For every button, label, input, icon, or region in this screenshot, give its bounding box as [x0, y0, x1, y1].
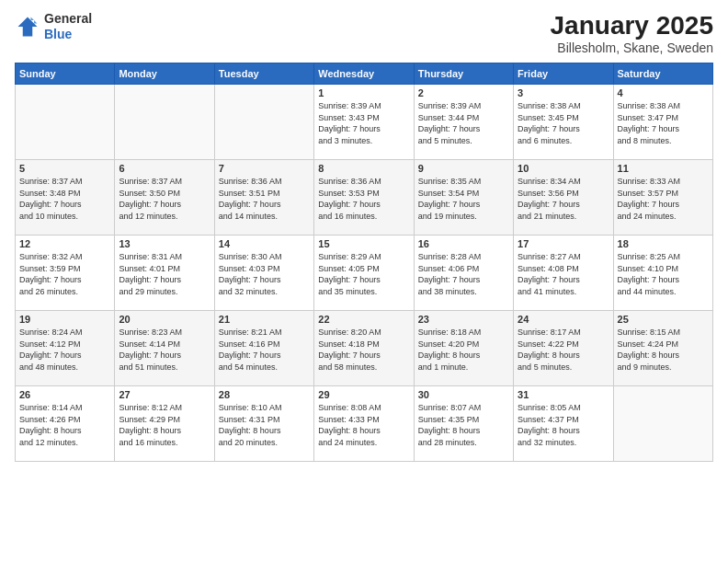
- day-number: 15: [318, 238, 409, 249]
- day-cell: 8Sunrise: 8:36 AM Sunset: 3:53 PM Daylig…: [314, 160, 414, 236]
- day-number: 12: [19, 238, 110, 249]
- day-info: Sunrise: 8:32 AM Sunset: 3:59 PM Dayligh…: [19, 251, 110, 297]
- day-info: Sunrise: 8:12 AM Sunset: 4:29 PM Dayligh…: [119, 402, 210, 448]
- day-cell: 1Sunrise: 8:39 AM Sunset: 3:43 PM Daylig…: [314, 85, 414, 160]
- header: General Blue January 2025 Billesholm, Sk…: [15, 11, 713, 55]
- day-number: 8: [318, 163, 409, 174]
- day-cell: 2Sunrise: 8:39 AM Sunset: 3:44 PM Daylig…: [414, 85, 513, 160]
- day-info: Sunrise: 8:05 AM Sunset: 4:37 PM Dayligh…: [518, 402, 609, 448]
- svg-marker-0: [18, 17, 38, 36]
- day-number: 24: [518, 314, 609, 325]
- header-wednesday: Wednesday: [314, 63, 414, 85]
- day-cell: 15Sunrise: 8:29 AM Sunset: 4:05 PM Dayli…: [314, 236, 414, 311]
- day-info: Sunrise: 8:36 AM Sunset: 3:51 PM Dayligh…: [219, 176, 310, 222]
- day-number: 28: [219, 389, 310, 400]
- day-info: Sunrise: 8:27 AM Sunset: 4:08 PM Dayligh…: [518, 251, 609, 297]
- day-number: 4: [618, 87, 709, 98]
- day-cell: 13Sunrise: 8:31 AM Sunset: 4:01 PM Dayli…: [115, 236, 214, 311]
- logo: General Blue: [15, 11, 92, 42]
- day-info: Sunrise: 8:17 AM Sunset: 4:22 PM Dayligh…: [518, 327, 609, 373]
- week-row-2: 5Sunrise: 8:37 AM Sunset: 3:48 PM Daylig…: [16, 160, 713, 236]
- day-number: 30: [418, 389, 509, 400]
- day-info: Sunrise: 8:10 AM Sunset: 4:31 PM Dayligh…: [219, 402, 310, 448]
- day-cell: 7Sunrise: 8:36 AM Sunset: 3:51 PM Daylig…: [214, 160, 313, 236]
- day-number: 31: [518, 389, 609, 400]
- day-info: Sunrise: 8:37 AM Sunset: 3:48 PM Dayligh…: [19, 176, 110, 222]
- day-number: 1: [318, 87, 409, 98]
- day-cell: 19Sunrise: 8:24 AM Sunset: 4:12 PM Dayli…: [16, 311, 115, 386]
- day-cell: [613, 386, 712, 462]
- day-number: 21: [219, 314, 310, 325]
- day-info: Sunrise: 8:28 AM Sunset: 4:06 PM Dayligh…: [418, 251, 509, 297]
- day-cell: 4Sunrise: 8:38 AM Sunset: 3:47 PM Daylig…: [613, 85, 712, 160]
- header-sunday: Sunday: [16, 63, 115, 85]
- day-cell: 28Sunrise: 8:10 AM Sunset: 4:31 PM Dayli…: [214, 386, 313, 462]
- day-cell: 14Sunrise: 8:30 AM Sunset: 4:03 PM Dayli…: [214, 236, 313, 311]
- day-number: 13: [119, 238, 210, 249]
- day-number: 23: [418, 314, 509, 325]
- day-cell: 16Sunrise: 8:28 AM Sunset: 4:06 PM Dayli…: [414, 236, 513, 311]
- day-cell: 11Sunrise: 8:33 AM Sunset: 3:57 PM Dayli…: [613, 160, 712, 236]
- day-cell: 12Sunrise: 8:32 AM Sunset: 3:59 PM Dayli…: [16, 236, 115, 311]
- day-info: Sunrise: 8:38 AM Sunset: 3:45 PM Dayligh…: [518, 100, 609, 146]
- day-cell: 20Sunrise: 8:23 AM Sunset: 4:14 PM Dayli…: [115, 311, 214, 386]
- day-cell: 6Sunrise: 8:37 AM Sunset: 3:50 PM Daylig…: [115, 160, 214, 236]
- day-number: 7: [219, 163, 310, 174]
- day-cell: 10Sunrise: 8:34 AM Sunset: 3:56 PM Dayli…: [514, 160, 613, 236]
- day-info: Sunrise: 8:29 AM Sunset: 4:05 PM Dayligh…: [318, 251, 409, 297]
- day-number: 11: [618, 163, 709, 174]
- day-info: Sunrise: 8:39 AM Sunset: 3:44 PM Dayligh…: [418, 100, 509, 146]
- day-number: 5: [19, 163, 110, 174]
- day-number: 2: [418, 87, 509, 98]
- day-number: 10: [518, 163, 609, 174]
- header-monday: Monday: [115, 63, 214, 85]
- day-info: Sunrise: 8:35 AM Sunset: 3:54 PM Dayligh…: [418, 176, 509, 222]
- logo-general: General: [44, 11, 92, 26]
- logo-icon: [15, 14, 40, 40]
- day-cell: 3Sunrise: 8:38 AM Sunset: 3:45 PM Daylig…: [514, 85, 613, 160]
- page: General Blue January 2025 Billesholm, Sk…: [0, 0, 728, 563]
- header-thursday: Thursday: [414, 63, 513, 85]
- day-number: 26: [19, 389, 110, 400]
- day-info: Sunrise: 8:38 AM Sunset: 3:47 PM Dayligh…: [618, 100, 709, 146]
- day-info: Sunrise: 8:36 AM Sunset: 3:53 PM Dayligh…: [318, 176, 409, 222]
- header-friday: Friday: [514, 63, 613, 85]
- calendar-subtitle: Billesholm, Skane, Sweden: [551, 40, 713, 55]
- day-cell: 29Sunrise: 8:08 AM Sunset: 4:33 PM Dayli…: [314, 386, 414, 462]
- day-cell: 18Sunrise: 8:25 AM Sunset: 4:10 PM Dayli…: [613, 236, 712, 311]
- day-info: Sunrise: 8:20 AM Sunset: 4:18 PM Dayligh…: [318, 327, 409, 373]
- day-number: 29: [318, 389, 409, 400]
- day-info: Sunrise: 8:15 AM Sunset: 4:24 PM Dayligh…: [618, 327, 709, 373]
- day-cell: 24Sunrise: 8:17 AM Sunset: 4:22 PM Dayli…: [514, 311, 613, 386]
- day-cell: 25Sunrise: 8:15 AM Sunset: 4:24 PM Dayli…: [613, 311, 712, 386]
- day-number: 22: [318, 314, 409, 325]
- day-cell: 17Sunrise: 8:27 AM Sunset: 4:08 PM Dayli…: [514, 236, 613, 311]
- day-info: Sunrise: 8:18 AM Sunset: 4:20 PM Dayligh…: [418, 327, 509, 373]
- weekday-header-row: Sunday Monday Tuesday Wednesday Thursday…: [16, 63, 713, 85]
- title-block: January 2025 Billesholm, Skane, Sweden: [551, 11, 713, 55]
- week-row-3: 12Sunrise: 8:32 AM Sunset: 3:59 PM Dayli…: [16, 236, 713, 311]
- day-cell: 27Sunrise: 8:12 AM Sunset: 4:29 PM Dayli…: [115, 386, 214, 462]
- day-cell: 26Sunrise: 8:14 AM Sunset: 4:26 PM Dayli…: [16, 386, 115, 462]
- day-info: Sunrise: 8:23 AM Sunset: 4:14 PM Dayligh…: [119, 327, 210, 373]
- day-info: Sunrise: 8:30 AM Sunset: 4:03 PM Dayligh…: [219, 251, 310, 297]
- day-info: Sunrise: 8:07 AM Sunset: 4:35 PM Dayligh…: [418, 402, 509, 448]
- day-number: 6: [119, 163, 210, 174]
- day-info: Sunrise: 8:25 AM Sunset: 4:10 PM Dayligh…: [618, 251, 709, 297]
- day-info: Sunrise: 8:33 AM Sunset: 3:57 PM Dayligh…: [618, 176, 709, 222]
- day-info: Sunrise: 8:21 AM Sunset: 4:16 PM Dayligh…: [219, 327, 310, 373]
- day-number: 14: [219, 238, 310, 249]
- day-info: Sunrise: 8:37 AM Sunset: 3:50 PM Dayligh…: [119, 176, 210, 222]
- day-info: Sunrise: 8:24 AM Sunset: 4:12 PM Dayligh…: [19, 327, 110, 373]
- day-number: 19: [19, 314, 110, 325]
- day-number: 18: [618, 238, 709, 249]
- calendar-table: Sunday Monday Tuesday Wednesday Thursday…: [15, 63, 713, 462]
- week-row-1: 1Sunrise: 8:39 AM Sunset: 3:43 PM Daylig…: [16, 85, 713, 160]
- logo-text: General Blue: [44, 11, 92, 42]
- day-cell: [115, 85, 214, 160]
- day-cell: 5Sunrise: 8:37 AM Sunset: 3:48 PM Daylig…: [16, 160, 115, 236]
- day-number: 3: [518, 87, 609, 98]
- week-row-4: 19Sunrise: 8:24 AM Sunset: 4:12 PM Dayli…: [16, 311, 713, 386]
- day-number: 20: [119, 314, 210, 325]
- day-info: Sunrise: 8:31 AM Sunset: 4:01 PM Dayligh…: [119, 251, 210, 297]
